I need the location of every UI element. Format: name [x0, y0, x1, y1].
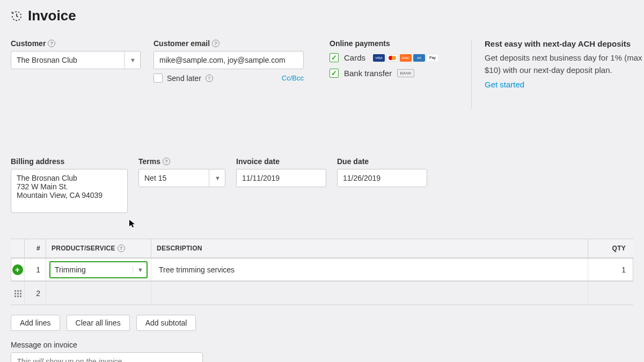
col-num: #	[25, 239, 46, 257]
product-select[interactable]: Trimming ▼	[49, 261, 148, 278]
clear-all-lines-button[interactable]: Clear all lines	[67, 315, 130, 331]
col-qty: QTY	[588, 245, 633, 252]
history-icon[interactable]	[11, 10, 23, 22]
due-date-input[interactable]	[337, 169, 427, 187]
message-on-invoice-input[interactable]	[11, 352, 203, 362]
page-title: Invoice	[28, 8, 76, 24]
chevron-down-icon: ▼	[133, 267, 143, 273]
card-brand-icons: VISA DISC AX Pay	[373, 54, 438, 62]
billing-address-label: Billing address	[11, 157, 128, 166]
line-num: 1	[25, 258, 46, 281]
promo-body: Get deposits next business day for 1% (m…	[485, 51, 644, 77]
help-icon[interactable]: ?	[206, 75, 213, 82]
add-subtotal-button[interactable]: Add subtotal	[136, 315, 196, 331]
invoice-date-label: Invoice date	[236, 157, 326, 166]
terms-label: Terms ?	[138, 157, 225, 166]
add-line-icon[interactable]: +	[12, 264, 23, 275]
line-qty[interactable]	[588, 282, 633, 305]
promo-heading: Rest easy with next-day ACH deposits	[485, 39, 644, 48]
cards-checkbox[interactable]	[330, 53, 339, 62]
col-description: DESCRIPTION	[151, 239, 588, 257]
customer-email-input[interactable]	[153, 51, 304, 69]
chevron-down-icon: ▼	[124, 51, 136, 69]
line-row[interactable]: + 1 Trimming ▼ Tree trimming services 1	[11, 258, 633, 282]
help-icon[interactable]: ?	[48, 40, 55, 47]
online-payments-label: Online payments	[330, 39, 458, 48]
get-started-link[interactable]: Get started	[485, 80, 644, 89]
chevron-down-icon: ▼	[209, 169, 221, 187]
terms-select[interactable]: Net 15 ▼	[138, 169, 225, 187]
line-num: 2	[25, 282, 46, 305]
bank-transfer-checkbox[interactable]	[330, 69, 339, 78]
line-description[interactable]: Tree trimming services	[151, 258, 588, 281]
help-icon[interactable]: ?	[118, 245, 125, 252]
product-cell[interactable]	[46, 282, 151, 305]
line-qty[interactable]: 1	[588, 258, 633, 281]
drag-handle-icon[interactable]	[14, 290, 21, 297]
bank-badge-icon: BANK	[397, 69, 414, 77]
send-later-label: Send later	[167, 74, 201, 83]
ccbcc-link[interactable]: Cc/Bcc	[282, 74, 304, 82]
bank-transfer-label: Bank transfer	[344, 69, 392, 78]
due-date-label: Due date	[337, 157, 427, 166]
customer-email-label: Customer email ?	[153, 39, 304, 48]
message-on-invoice-label: Message on invoice	[11, 341, 203, 349]
cards-label: Cards	[344, 53, 365, 62]
help-icon[interactable]: ?	[163, 158, 170, 165]
customer-label: Customer ?	[11, 39, 141, 48]
col-product: PRODUCT/SERVICE	[52, 245, 115, 252]
customer-select[interactable]: The Brosnan Club ▼	[11, 51, 141, 69]
send-later-checkbox[interactable]	[153, 73, 163, 83]
add-lines-button[interactable]: Add lines	[11, 315, 60, 331]
invoice-date-input[interactable]	[236, 169, 326, 187]
billing-address-input[interactable]	[11, 169, 128, 213]
mouse-cursor-icon	[129, 219, 137, 228]
help-icon[interactable]: ?	[212, 40, 219, 47]
line-description[interactable]	[151, 282, 588, 305]
line-row[interactable]: 2	[11, 282, 633, 305]
